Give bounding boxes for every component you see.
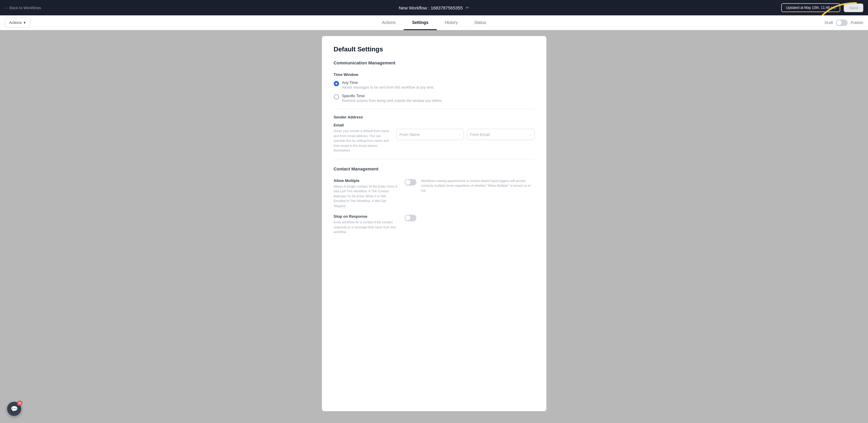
draft-publish-toggle[interactable] [836,20,848,26]
actions-dropdown-label: Actions [9,20,22,25]
contact-management-title: Contact Management [334,166,534,174]
email-field-title: Email [334,123,393,127]
top-nav: ← Back to Workflows New Workflow : 16837… [0,0,868,16]
specific-time-desc: Restricts actions from being sent outsid… [342,99,443,103]
allow-multiple-note: Workflows having appointment or invoice … [421,178,534,193]
chevron-down-icon: ▾ [24,20,26,25]
sender-address-title: Sender Address [334,115,534,119]
any-time-label: Any Time [342,80,434,85]
draft-publish-controls: Draft Publish [825,16,863,30]
time-window-section: Time Window Any Time Allows messages to … [334,72,534,103]
draft-label: Draft [825,20,833,25]
workflow-title: New Workflow : 1683787565355 ✏ [399,5,469,10]
allow-multiple-toggle[interactable] [405,179,416,185]
tab-actions[interactable]: Actions [374,16,404,30]
any-time-radio[interactable] [334,81,339,86]
updated-badge: Updated at May 10th, 11:46 pm [781,3,840,12]
sender-email-row: Email Gives your emails a default from n… [334,123,534,153]
tab-settings[interactable]: Settings [404,16,436,30]
from-name-input[interactable]: From Name ⬦ [396,129,464,140]
specific-time-label-wrap: Specific Time Restricts actions from bei… [342,94,443,103]
allow-multiple-desc: Allows A Single Contact To Re-Enter Once… [334,184,399,209]
tab-history[interactable]: History [436,16,466,30]
save-button[interactable]: Save [844,4,863,12]
from-name-placeholder: From Name [400,132,420,137]
tab-bar: Actions ▾ Actions Settings History Statu… [0,16,868,30]
stop-on-response-desc: Ends workflow for a contact if the conta… [334,220,399,235]
allow-multiple-row: Allow Multiple Allows A Single Contact T… [334,178,534,209]
specific-time-label: Specific Time [342,94,443,98]
top-right-actions: Updated at May 10th, 11:46 pm Save [781,3,863,12]
email-field-desc: Gives your emails a default from name an… [334,128,393,153]
stop-on-response-toggle-thumb [405,215,410,221]
workflow-name-text: New Workflow : 1683787565355 [399,5,463,10]
page-title: Default Settings [334,46,534,53]
stop-on-response-row: Stop on Response Ends workflow for a con… [334,214,534,235]
communication-management-section: Communication Management Time Window Any… [334,60,534,153]
edit-workflow-icon[interactable]: ✏ [466,5,469,10]
from-email-placeholder: From Email [470,132,490,137]
stop-on-response-controls [405,214,534,221]
allow-multiple-title: Allow Multiple [334,178,399,183]
toggle-thumb [836,20,842,25]
sender-address-section: Sender Address Email Gives your emails a… [334,115,534,153]
allow-multiple-controls: Workflows having appointment or invoice … [405,178,534,193]
actions-dropdown[interactable]: Actions ▾ [5,18,30,28]
settings-panel: Default Settings Communication Managemen… [322,36,547,411]
any-time-desc: Allows messages to be sent from this wor… [342,85,434,90]
tag-icon-email: ⬦ [529,132,531,137]
tabs-center: Actions Settings History Status [374,16,494,30]
any-time-label-wrap: Any Time Allows messages to be sent from… [342,80,434,90]
chat-widget[interactable]: 💬 25 [7,402,21,416]
sender-input-fields: From Name ⬦ From Email ⬦ [396,129,534,140]
chat-icon: 💬 [11,405,18,412]
contact-management-section: Contact Management Allow Multiple Allows… [334,166,534,235]
communication-management-title: Communication Management [334,60,534,68]
back-to-workflows-button[interactable]: ← Back to Workflows [5,6,41,10]
time-window-label: Time Window [334,72,534,77]
allow-multiple-description: Allow Multiple Allows A Single Contact T… [334,178,399,209]
specific-time-option[interactable]: Specific Time Restricts actions from bei… [334,94,534,103]
stop-on-response-title: Stop on Response [334,214,399,219]
tab-status[interactable]: Status [466,16,494,30]
publish-label: Publish [850,20,863,25]
tag-icon-name: ⬦ [458,132,461,137]
stop-on-response-toggle[interactable] [405,215,416,221]
from-email-input[interactable]: From Email ⬦ [467,129,534,140]
stop-on-response-description: Stop on Response Ends workflow for a con… [334,214,399,235]
specific-time-radio[interactable] [334,94,339,99]
allow-multiple-toggle-thumb [405,180,410,185]
sender-email-description: Email Gives your emails a default from n… [334,123,393,153]
content-area: Default Settings Communication Managemen… [0,30,868,423]
chat-badge: 25 [17,400,23,406]
any-time-option[interactable]: Any Time Allows messages to be sent from… [334,80,534,90]
